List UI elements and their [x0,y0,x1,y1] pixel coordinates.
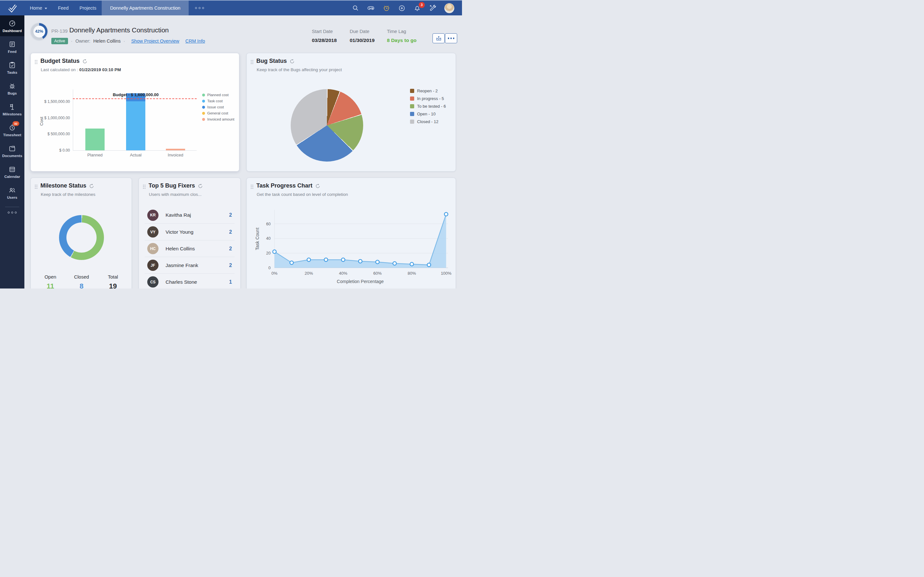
bug-fixer-row[interactable]: JFJasmine Frank2 [145,257,234,274]
tools-settings-icon[interactable] [429,5,436,12]
drag-handle-icon[interactable] [35,184,37,189]
legend-label: General cost [207,111,228,115]
top-bug-fixers-card: Top 5 Bug Fixers Users with maximum clos… [139,177,241,288]
chevron-down-icon [45,8,47,9]
timesheet-badge: 32 [13,121,19,126]
notifications-bell-icon[interactable]: 3 [414,5,421,12]
sidebar-item-timesheet[interactable]: 32Timesheet [0,119,24,140]
invoiced-amount-bar[interactable] [166,149,185,150]
task-progress-point[interactable] [307,258,310,261]
nav-tab-active-project[interactable]: Donnelly Apartments Construction [102,1,189,15]
nav-right-icons: 3 [352,1,462,15]
sidebar-item-bugs[interactable]: Bugs [0,78,24,99]
crm-info-link[interactable]: CRM Info [186,39,205,44]
task-x-axis-title: Completion Percentage [337,279,384,284]
bug-fixer-row[interactable]: HCHelen Collins2 [145,240,234,257]
task-progress-point[interactable] [393,261,397,265]
calendar-icon [8,165,16,173]
main-nav: HomeFeedProjects [24,1,102,15]
sidebar-item-dashboard[interactable]: Dashboard [0,15,24,36]
sidebar-item-label: Timesheet [3,133,21,137]
bug-status-pie-chart[interactable] [291,89,363,161]
stat-label: Time Lag [387,29,417,34]
bug-fixer-row[interactable]: VYVictor Young2 [145,223,234,240]
nav-item-label: Projects [79,5,96,11]
task-progress-point[interactable] [376,260,379,264]
games-icon[interactable] [367,4,375,12]
refresh-icon[interactable] [89,184,94,189]
bug-fixer-row[interactable]: CSCharles Stone1 [145,274,234,288]
show-project-overview-link[interactable]: Show Project Overview [131,39,179,44]
send-mail-button[interactable] [433,33,445,43]
legend-swatch-icon [410,104,414,108]
stat-label: Open [37,274,64,279]
bug-fixer-count: 2 [229,263,232,268]
legend-item-reopen: Reopen - 2 [410,89,438,93]
header-more-button[interactable] [445,33,457,43]
task-progress-point[interactable] [444,213,448,216]
task-progress-point[interactable] [325,258,328,261]
task-progress-point[interactable] [290,261,294,264]
refresh-icon[interactable] [82,59,87,64]
nav-item-projects[interactable]: Projects [74,1,102,15]
search-icon[interactable] [352,5,359,11]
refresh-icon[interactable] [198,184,203,189]
dashboard-icon [8,19,16,27]
bug-fixer-name: Jasmine Frank [166,263,198,268]
task-progress-point[interactable] [359,259,362,263]
nav-item-label: Home [30,5,42,11]
sidebar-item-label: Milestones [3,112,21,116]
add-new-icon[interactable] [398,5,405,12]
sidebar-item-documents[interactable]: Documents [0,140,24,161]
task-cost-bar[interactable] [126,101,145,150]
sidebar-item-tasks[interactable]: Tasks [0,57,24,78]
task-xtick-label: 20% [304,271,313,276]
bug-fixer-row[interactable]: KRKavitha Raj2 [145,207,234,223]
project-meta-row: Active · Owner: Helen Collins · Show Pro… [51,38,205,44]
user-avatar[interactable] [444,3,454,13]
sidebar-more-button[interactable] [8,211,17,213]
owner-name[interactable]: Helen Collins [94,39,121,44]
zoho-projects-logo[interactable] [0,1,24,15]
refresh-icon[interactable] [290,59,294,64]
feed-icon [8,40,16,48]
sidebar-item-feed[interactable]: Feed [0,36,24,57]
stat-value: 01/30/2019 [350,37,375,43]
sidebar-item-milestones[interactable]: Milestones [0,99,24,119]
drag-handle-icon[interactable] [35,60,37,64]
owner-label: Owner: [75,39,90,44]
nav-more-tabs-button[interactable] [189,1,210,15]
stat-value: 03/28/2018 [312,37,337,43]
budget-x-axis-line [73,150,197,151]
planned-cost-bar[interactable] [86,129,105,150]
task-progress-point[interactable] [273,250,276,253]
legend-label: Planned cost [207,93,229,97]
sidebar-item-label: Feed [8,50,17,53]
timer-clock-icon[interactable] [383,5,390,12]
ellipsis-icon [448,37,455,39]
milestone-status-card: Milestone Status Keep track of the miles… [31,177,132,288]
task-progress-point[interactable] [341,258,345,261]
legend-dot-icon [202,93,205,97]
task-xtick-label: 100% [441,271,452,276]
sidebar-item-users[interactable]: Users [0,182,24,203]
sidebar-item-calendar[interactable]: Calendar [0,161,24,182]
nav-item-home[interactable]: Home [24,1,53,15]
drag-handle-icon[interactable] [143,184,145,189]
sidebar-item-label: Tasks [7,71,17,74]
top-nav: HomeFeedProjects Donnelly Apartments Con… [0,0,462,15]
documents-icon [8,145,16,152]
bug-fixer-name: Charles Stone [166,279,197,285]
sidebar-item-label: Dashboard [3,29,22,33]
task-ytick-label: 0 [268,266,271,270]
logo-check-icon [6,2,18,14]
drag-handle-icon[interactable] [250,60,254,64]
task-progress-point[interactable] [427,263,431,267]
legend-dot-icon [202,100,205,103]
envelope-icon [436,35,442,41]
task-progress-point[interactable] [410,263,414,266]
nav-item-feed[interactable]: Feed [53,1,74,15]
legend-label: Open - 10 [417,111,436,116]
legend-swatch-icon [410,119,414,124]
milestone-donut-chart[interactable] [59,215,104,260]
